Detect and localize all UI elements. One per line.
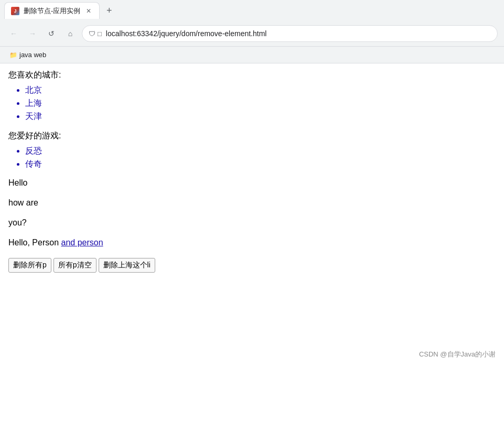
address-bar-row: ← → ↺ ⌂ 🛡 □ localhost:63342/jquery/dom/r… — [0, 21, 504, 46]
back-button[interactable]: ← — [6, 26, 21, 41]
paragraph-how-are: how are — [8, 198, 496, 208]
plus-icon: + — [106, 5, 112, 16]
browser-chrome: J 删除节点-应用实例 ✕ + ← → ↺ ⌂ 🛡 □ — [0, 0, 504, 63]
cities-list: 北京 上海 天津 — [8, 85, 496, 122]
close-icon: ✕ — [86, 7, 91, 15]
bookmark-bar: 📁 java web — [0, 46, 504, 63]
page-doc-icon: □ — [98, 30, 102, 38]
cities-heading: 您喜欢的城市: — [8, 70, 496, 81]
address-bar[interactable]: 🛡 □ localhost:63342/jquery/dom/remove-el… — [82, 25, 498, 42]
home-button[interactable]: ⌂ — [63, 26, 78, 41]
home-icon: ⌂ — [68, 29, 72, 38]
list-item: 反恐 — [25, 146, 496, 157]
bookmark-label: java web — [19, 51, 46, 59]
tab-bar: J 删除节点-应用实例 ✕ + — [0, 0, 504, 21]
list-item: 上海 — [25, 98, 496, 109]
tab-favicon: J — [11, 7, 19, 15]
paragraph-hello: Hello — [8, 178, 496, 188]
hello-person-text: Hello, Person — [8, 238, 61, 247]
active-tab[interactable]: J 删除节点-应用实例 ✕ — [4, 2, 100, 19]
button-row: 删除所有p 所有p清空 删除上海这个li — [8, 258, 496, 273]
list-item: 北京 — [25, 85, 496, 96]
tab-title: 删除节点-应用实例 — [24, 6, 80, 16]
new-tab-button[interactable]: + — [102, 3, 116, 18]
folder-icon: 📁 — [9, 51, 17, 59]
clear-all-p-button[interactable]: 所有p清空 — [53, 258, 96, 273]
list-item: 天津 — [25, 111, 496, 122]
delete-all-p-button[interactable]: 删除所有p — [8, 258, 51, 273]
shield-icon: 🛡 — [89, 30, 95, 38]
refresh-icon: ↺ — [48, 29, 55, 38]
delete-shanghai-li-button[interactable]: 删除上海这个li — [99, 258, 155, 273]
forward-button[interactable]: → — [25, 26, 40, 41]
list-item: 传奇 — [25, 159, 496, 170]
paragraph-you: you? — [8, 218, 496, 228]
games-list: 反恐 传奇 — [8, 146, 496, 170]
page-content: 您喜欢的城市: 北京 上海 天津 您爱好的游戏: 反恐 传奇 Hello how… — [0, 63, 504, 368]
favicon-icon: J — [11, 7, 19, 15]
bookmark-java-web[interactable]: 📁 java web — [6, 50, 49, 60]
watermark: CSDN @自学Java的小谢 — [419, 350, 496, 359]
refresh-button[interactable]: ↺ — [44, 26, 59, 41]
hello-person-line: Hello, Person and person — [8, 238, 496, 247]
arrow-left-icon: ← — [10, 29, 17, 38]
address-bar-icons: 🛡 □ — [89, 30, 102, 38]
arrow-right-icon: → — [29, 29, 36, 38]
and-person-link[interactable]: and person — [61, 238, 103, 247]
url-text: localhost:63342/jquery/dom/remove-elemen… — [106, 29, 491, 38]
games-heading: 您爱好的游戏: — [8, 131, 496, 142]
tab-close-button[interactable]: ✕ — [84, 7, 93, 15]
